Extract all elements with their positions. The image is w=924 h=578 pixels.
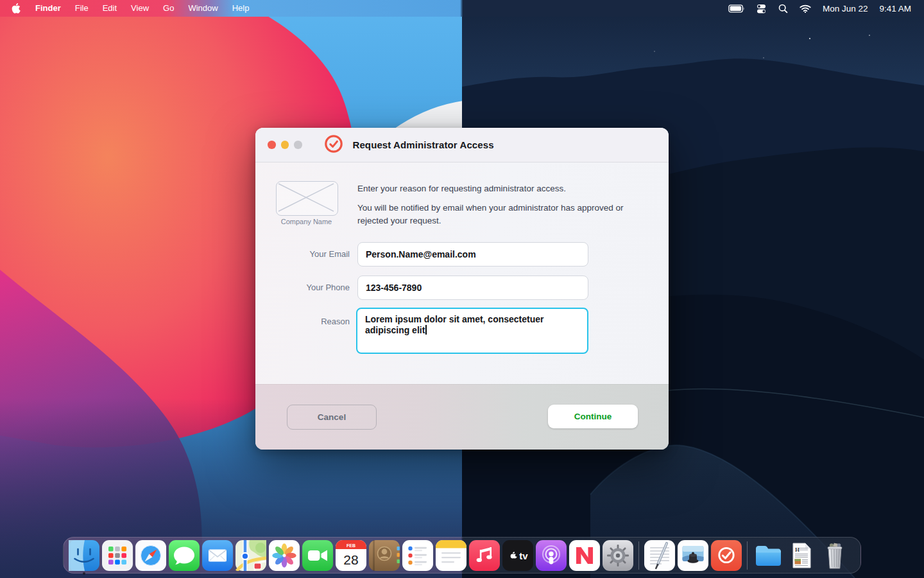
email-field-label: Your Email — [276, 249, 350, 259]
phone-field-label: Your Phone — [276, 283, 350, 292]
contacts-icon — [369, 540, 400, 571]
dock-item-document[interactable]: H — [786, 540, 817, 571]
notice-text: You will be notified by email when your … — [357, 202, 629, 227]
svg-text:H: H — [795, 547, 800, 553]
request-admin-access-window: Request Administrator Access Company Nam… — [255, 128, 669, 450]
maps-icon — [235, 540, 266, 571]
dock-item-calendar[interactable]: FEB 28 — [336, 540, 366, 571]
menubar-date[interactable]: Mon Jun 22 — [820, 4, 871, 13]
calendar-day-label: 28 — [343, 552, 358, 567]
intro-text: Enter your reason for requesting adminis… — [357, 182, 629, 195]
menu-item-go[interactable]: Go — [156, 0, 181, 17]
dock-item-preview[interactable] — [678, 540, 708, 571]
safari-icon — [135, 540, 166, 571]
control-center-icon[interactable] — [754, 4, 769, 13]
tv-label: tv — [519, 550, 528, 561]
continue-button[interactable]: Continue — [548, 405, 638, 428]
dock-item-podcasts[interactable] — [536, 540, 567, 571]
preview-icon — [678, 540, 708, 571]
company-logo-placeholder — [276, 181, 338, 216]
photos-icon — [269, 540, 300, 571]
news-icon — [569, 540, 600, 571]
podcasts-icon — [536, 540, 567, 571]
dock-item-finder[interactable] — [69, 540, 99, 571]
text-caret — [425, 325, 427, 335]
apple-tv-icon: tv — [502, 540, 533, 571]
apple-menu[interactable] — [12, 3, 28, 13]
dock-item-photos[interactable] — [269, 540, 300, 571]
dialog-body: Company Name Enter your reason for reque… — [255, 162, 669, 384]
zoom-button-disabled — [294, 141, 302, 149]
music-icon — [469, 540, 500, 571]
reason-text: Lorem ipsum dolor sit amet, consectetuer… — [365, 314, 544, 335]
dock-item-folder[interactable] — [753, 540, 783, 571]
wifi-icon[interactable] — [797, 4, 814, 13]
dialog-footer: Cancel Continue — [255, 384, 669, 450]
spotlight-search-icon[interactable] — [776, 4, 791, 13]
dock-item-contacts[interactable] — [369, 540, 400, 571]
folder-icon — [753, 540, 783, 571]
menu-item-help[interactable]: Help — [225, 0, 257, 17]
email-input[interactable] — [357, 242, 588, 267]
window-titlebar: Request Administrator Access — [255, 128, 669, 162]
phone-input[interactable] — [357, 276, 588, 300]
battery-icon[interactable] — [726, 4, 748, 13]
document-icon: H — [786, 540, 817, 571]
close-button[interactable] — [268, 141, 276, 149]
app-check-circle-icon — [324, 134, 343, 156]
dock-item-textedit[interactable] — [644, 540, 675, 571]
mail-icon — [202, 540, 233, 571]
dock-item-messages[interactable] — [169, 540, 200, 571]
minimize-button[interactable] — [281, 141, 289, 149]
calendar-icon: FEB 28 — [336, 540, 366, 571]
finder-icon — [69, 540, 99, 571]
dock-item-system-preferences[interactable] — [603, 540, 633, 571]
dock-item-tv[interactable]: tv — [502, 540, 533, 571]
apple-logo-icon — [12, 3, 21, 13]
dock-divider — [747, 541, 748, 570]
menu-item-view[interactable]: View — [124, 0, 156, 17]
dock-divider — [638, 541, 639, 570]
dock-item-mail[interactable] — [202, 540, 233, 571]
running-indicator — [83, 572, 85, 575]
system-preferences-icon — [603, 540, 633, 571]
dock-item-safari[interactable] — [135, 540, 166, 571]
trash-icon — [819, 540, 850, 571]
window-title: Request Administrator Access — [353, 139, 494, 150]
dock-item-launchpad[interactable] — [102, 540, 133, 571]
textedit-icon — [644, 540, 675, 571]
dock-item-music[interactable] — [469, 540, 500, 571]
dock-item-news[interactable] — [569, 540, 600, 571]
reminders-icon — [402, 540, 433, 571]
menu-item-file[interactable]: File — [68, 0, 96, 17]
menu-item-edit[interactable]: Edit — [96, 0, 124, 17]
company-logo-caption: Company Name — [261, 218, 352, 225]
dock-item-maps[interactable] — [235, 540, 266, 571]
reason-field-label: Reason — [276, 317, 350, 326]
dock-item-notes[interactable] — [436, 540, 466, 571]
dock-item-facetime[interactable] — [302, 540, 333, 571]
menu-bar: Finder File Edit View Go Window Help — [0, 0, 924, 17]
dock-item-request-admin-app[interactable] — [711, 540, 742, 571]
cancel-button[interactable]: Cancel — [287, 405, 377, 430]
dock: FEB 28 — [63, 537, 861, 574]
launchpad-icon — [102, 540, 133, 571]
messages-icon — [169, 540, 200, 571]
calendar-month-label: FEB — [346, 543, 355, 547]
dock-item-reminders[interactable] — [402, 540, 433, 571]
reason-textarea[interactable]: Lorem ipsum dolor sit amet, consectetuer… — [356, 308, 588, 354]
request-admin-app-icon — [711, 540, 742, 571]
notes-icon — [436, 540, 466, 571]
dock-item-trash[interactable] — [819, 540, 850, 571]
facetime-icon — [302, 540, 333, 571]
menubar-clock[interactable]: 9:41 AM — [877, 4, 914, 13]
menu-item-finder[interactable]: Finder — [28, 0, 68, 17]
menu-item-window[interactable]: Window — [181, 0, 225, 17]
